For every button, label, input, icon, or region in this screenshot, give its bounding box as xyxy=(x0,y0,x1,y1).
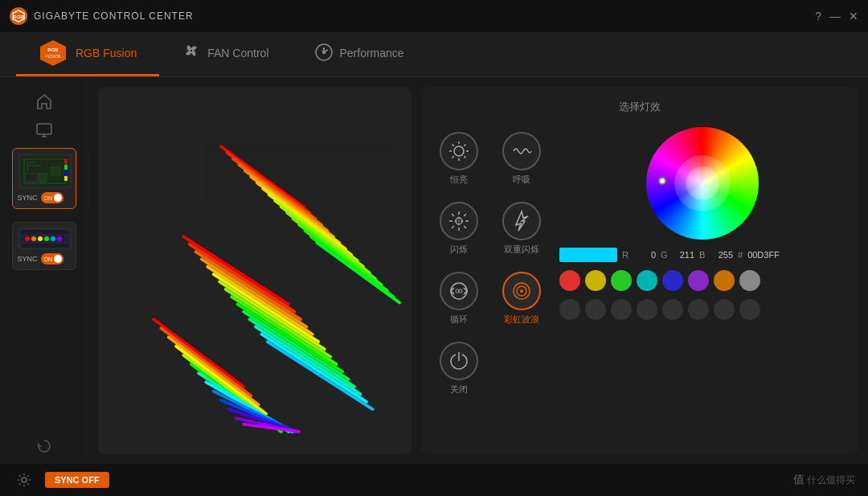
status-bar: SYNC OFF 值 什么值得买 xyxy=(0,464,868,496)
swatch-empty-5[interactable] xyxy=(662,299,683,320)
svg-point-26 xyxy=(38,236,43,241)
swatch-green[interactable] xyxy=(611,270,632,291)
controls-row: 恒亮 呼吸 xyxy=(434,127,845,400)
color-wheel-container[interactable] xyxy=(646,127,759,240)
svg-rect-15 xyxy=(39,174,47,182)
svg-line-90 xyxy=(464,226,466,228)
close-button[interactable]: ✕ xyxy=(849,10,858,23)
breathe-label: 呼吸 xyxy=(513,174,530,186)
color-swatches-row2 xyxy=(559,299,845,320)
color-wheel-knob[interactable] xyxy=(658,177,666,185)
tab-fan-control[interactable]: FAN Control xyxy=(159,32,291,76)
svg-point-29 xyxy=(57,236,62,241)
rgb-sliders: R 0 G 211 B 255 # 00D3FF xyxy=(559,248,845,262)
svg-rect-19 xyxy=(64,165,68,170)
settings-button[interactable] xyxy=(13,469,35,491)
svg-line-64 xyxy=(169,338,259,405)
sync-toggle-mobo[interactable]: ON xyxy=(41,192,63,203)
swatch-empty-8[interactable] xyxy=(739,299,760,320)
sidebar-bottom xyxy=(33,435,55,464)
app-icon: RGB xyxy=(10,7,27,25)
minimize-button[interactable]: — xyxy=(829,10,841,23)
watermark: 值 什么值得买 xyxy=(793,473,855,487)
swatch-gray[interactable] xyxy=(739,270,760,291)
sync-label-mobo: SYNC xyxy=(18,194,38,202)
swatch-empty-6[interactable] xyxy=(688,299,709,320)
rainbow-icon xyxy=(502,272,541,310)
performance-label: Performance xyxy=(340,47,404,59)
hex-hash: # xyxy=(738,250,743,260)
svg-point-24 xyxy=(25,236,30,241)
swatch-teal[interactable] xyxy=(637,270,657,291)
g-label: G xyxy=(661,250,667,260)
right-panel: 选择灯效 xyxy=(421,87,858,454)
rainbow-lightning-svg xyxy=(98,87,411,454)
nav-bar: RGB FUSION RGB Fusion FAN Control xyxy=(0,32,868,77)
steady-icon xyxy=(440,132,478,170)
swatch-empty-7[interactable] xyxy=(714,299,735,320)
r-value: 0 xyxy=(633,250,656,260)
svg-line-46 xyxy=(317,243,399,303)
window-controls[interactable]: ? — ✕ xyxy=(815,10,858,23)
color-wheel[interactable] xyxy=(646,127,759,240)
svg-line-82 xyxy=(464,145,465,146)
svg-rect-14 xyxy=(26,174,37,182)
flash-icon xyxy=(440,202,478,240)
sidebar-refresh-icon[interactable] xyxy=(33,435,55,457)
svg-point-28 xyxy=(51,236,55,241)
svg-rect-17 xyxy=(50,166,61,177)
effect-cycle[interactable]: 循环 xyxy=(434,267,484,330)
rgb-row: R 0 G 211 B 255 # 00D3FF xyxy=(559,248,845,262)
sync-toggle-strip[interactable]: ON xyxy=(41,253,63,264)
main-content: SYNC ON xyxy=(0,77,868,464)
device-preview-panel xyxy=(98,87,411,454)
sidebar-home-icon[interactable] xyxy=(33,90,55,113)
svg-rect-8 xyxy=(37,124,51,134)
swatch-empty-1[interactable] xyxy=(559,299,580,320)
tab-performance[interactable]: Performance xyxy=(292,32,427,76)
swatch-orange[interactable] xyxy=(714,270,735,291)
effect-breathe[interactable]: 呼吸 xyxy=(497,127,547,191)
sync-off-button[interactable]: SYNC OFF xyxy=(45,472,109,488)
effect-rainbow[interactable]: 彩虹波浪 xyxy=(497,267,547,330)
svg-line-81 xyxy=(464,156,465,158)
rgb-fusion-icon: RGB FUSION xyxy=(39,39,68,68)
svg-line-91 xyxy=(464,214,466,216)
svg-text:RGB: RGB xyxy=(47,47,59,52)
svg-point-25 xyxy=(31,236,36,241)
strip-preview xyxy=(18,228,72,250)
effect-steady[interactable]: 恒亮 xyxy=(434,127,484,191)
svg-rect-18 xyxy=(64,159,68,164)
svg-point-7 xyxy=(322,51,325,53)
swatch-empty-4[interactable] xyxy=(637,299,657,320)
rgb-fusion-label: RGB Fusion xyxy=(76,47,137,59)
tab-rgb-fusion[interactable]: RGB FUSION RGB Fusion xyxy=(16,32,159,76)
sidebar-device-strip[interactable]: SYNC ON xyxy=(12,222,76,270)
sidebar-device-mobo[interactable]: SYNC ON xyxy=(12,148,76,209)
svg-line-62 xyxy=(154,319,244,387)
swatch-yellow[interactable] xyxy=(585,270,606,291)
swatch-purple[interactable] xyxy=(688,270,709,291)
swatch-red[interactable] xyxy=(559,270,580,291)
g-value: 211 xyxy=(672,250,694,260)
help-button[interactable]: ? xyxy=(815,10,821,23)
hex-value: 00D3FF xyxy=(747,250,780,260)
svg-line-92 xyxy=(452,226,454,228)
svg-text:FUSION: FUSION xyxy=(46,54,61,59)
device-strip-sync: SYNC ON xyxy=(18,253,71,264)
swatch-empty-2[interactable] xyxy=(585,299,606,320)
fan-control-label: FAN Control xyxy=(207,47,268,59)
fan-icon xyxy=(182,41,201,65)
swatch-empty-3[interactable] xyxy=(611,299,632,320)
sidebar-monitor-icon[interactable] xyxy=(33,119,55,141)
svg-line-65 xyxy=(176,346,266,414)
sync-label-strip: SYNC xyxy=(18,255,38,263)
svg-marker-2 xyxy=(40,40,66,66)
effect-double-flash[interactable]: 双重闪烁 xyxy=(497,197,547,260)
effect-flash[interactable]: 闪烁 xyxy=(434,197,484,260)
swatch-blue[interactable] xyxy=(662,270,683,291)
color-preview-bar[interactable] xyxy=(559,248,617,262)
effect-off[interactable]: 关闭 xyxy=(434,337,484,400)
effects-panel-title: 选择灯效 xyxy=(434,100,845,114)
steady-label: 恒亮 xyxy=(450,174,468,186)
